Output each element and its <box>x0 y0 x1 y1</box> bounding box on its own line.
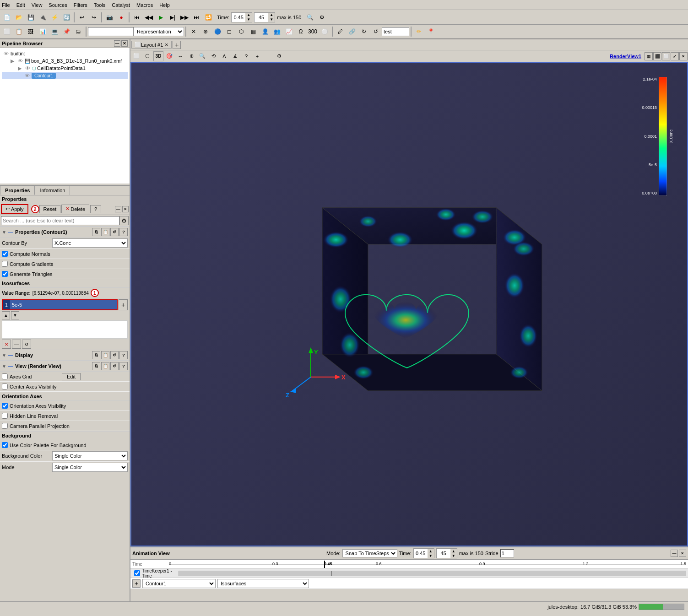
props-close-btn[interactable]: ✕ <box>122 206 129 212</box>
save-btn[interactable]: 💾 <box>25 12 36 23</box>
isosurface-add-btn[interactable]: + <box>119 299 128 310</box>
label-input[interactable] <box>382 27 409 36</box>
layout-tab-1-close[interactable]: ✕ <box>165 43 168 47</box>
anim-close-btn[interactable]: ✕ <box>679 550 686 557</box>
anim-step-value[interactable]: 45 <box>437 551 450 556</box>
viewport[interactable]: Y Z X 2.1e-04 0.00015 0.0001 5e-5 0.0e+0… <box>130 62 688 546</box>
tb2-btn5[interactable]: 💻 <box>49 26 60 37</box>
search-btn[interactable]: 🔍 <box>304 12 315 23</box>
anim-stride-input[interactable] <box>500 549 514 557</box>
use-color-palette-checkbox[interactable] <box>2 442 8 448</box>
sec-copy-btn[interactable]: ⎘ <box>92 228 100 236</box>
anim-mode-dropdown[interactable]: Snap To TimeSteps <box>342 549 397 557</box>
rt-btn9[interactable]: A <box>219 51 229 61</box>
contour-row-add-btn[interactable]: + <box>132 579 141 588</box>
vis-btn8[interactable]: 👥 <box>271 26 282 37</box>
step-up[interactable]: ▲ <box>268 13 275 17</box>
view-type-vsplit[interactable]: ⬜ <box>662 52 670 60</box>
new-btn[interactable]: 📄 <box>1 12 12 23</box>
view-close-btn[interactable]: ✕ <box>679 52 688 60</box>
rt-btn7[interactable]: 🔍 <box>197 51 207 61</box>
compute-normals-checkbox[interactable] <box>2 251 8 257</box>
vis-btn6[interactable]: ▦ <box>248 26 259 37</box>
vis-btn10[interactable]: Ω <box>295 26 306 37</box>
anim-undock-btn[interactable]: — <box>671 550 678 557</box>
vis-btn1[interactable]: ✕ <box>188 26 199 37</box>
menu-tools[interactable]: Tools <box>94 2 106 8</box>
reset-button[interactable]: Reset <box>39 205 61 213</box>
vis-btn11[interactable]: 300 <box>307 26 318 37</box>
last-frame-btn[interactable]: ⏭ <box>191 12 202 23</box>
axes-grid-checkbox[interactable] <box>2 373 8 379</box>
delete-button[interactable]: ✕ Delete <box>61 205 89 213</box>
menu-catalyst[interactable]: Catalyst <box>112 2 130 8</box>
pipeline-undock-btn[interactable]: — <box>114 40 120 47</box>
time-up[interactable]: ▲ <box>245 13 252 17</box>
render-btn2[interactable]: 🔗 <box>347 26 358 37</box>
loop-btn[interactable]: 🔁 <box>203 12 214 23</box>
layout-add-btn[interactable]: + <box>173 41 181 49</box>
menu-edit[interactable]: Edit <box>16 2 25 8</box>
step-down[interactable]: ▼ <box>268 17 275 22</box>
help-button[interactable]: ? <box>90 205 101 213</box>
contour-by-dropdown[interactable]: X.Conc <box>52 238 128 248</box>
rt-btn14[interactable]: ⚙ <box>274 51 284 61</box>
sec-paste-btn[interactable]: 📋 <box>101 228 109 236</box>
rt-btn10[interactable]: ∡ <box>230 51 240 61</box>
view-type-grid[interactable]: ▦ <box>645 52 653 60</box>
disp-info-btn[interactable]: ? <box>119 351 128 359</box>
redo-btn[interactable]: ↪ <box>88 12 99 23</box>
view-info-btn[interactable]: ? <box>119 362 128 370</box>
disconnect-btn[interactable]: ⚡ <box>49 12 60 23</box>
iso-text-area[interactable] <box>2 320 128 339</box>
props-search-button[interactable]: ⚙ <box>119 216 129 225</box>
compute-gradients-checkbox[interactable] <box>2 261 8 267</box>
menu-file[interactable]: File <box>2 2 10 8</box>
rt-btn11[interactable]: ? <box>241 51 251 61</box>
iso-refresh-btn[interactable]: ↺ <box>22 340 31 349</box>
tab-properties[interactable]: Properties <box>0 186 35 195</box>
prev-frame-btn[interactable]: ◀◀ <box>143 12 154 23</box>
tb2-btn1[interactable]: ⬜ <box>1 26 12 37</box>
apply-button[interactable]: ↩ Apply <box>1 204 28 214</box>
contour-source-dropdown[interactable]: Contour1 <box>142 579 216 588</box>
menu-filters[interactable]: Filters <box>74 2 87 8</box>
rt-btn4[interactable]: 🎯 <box>164 51 174 61</box>
rt-btn2[interactable]: ⬡ <box>142 51 152 61</box>
axes-grid-edit-btn[interactable]: Edit <box>62 373 81 380</box>
render-btn1[interactable]: 🖊 <box>335 26 346 37</box>
tb2-btn2[interactable]: 📋 <box>13 26 24 37</box>
rt-btn13[interactable]: — <box>263 51 273 61</box>
filter-input[interactable] <box>88 27 134 36</box>
pencil-btn[interactable]: ✏ <box>413 26 424 37</box>
tb2-btn7[interactable]: 🗂 <box>73 26 84 37</box>
play-to-btn[interactable]: ▶| <box>167 12 178 23</box>
disp-reset-btn[interactable]: ↺ <box>110 351 119 359</box>
representation-dropdown[interactable]: Representation Surface Wireframe Points <box>134 27 184 36</box>
anim-step-down[interactable]: ▼ <box>450 553 457 558</box>
rt-btn6[interactable]: ⊕ <box>186 51 196 61</box>
record-btn[interactable]: ● <box>116 12 127 23</box>
time-step[interactable]: 45 <box>255 15 268 20</box>
view-type-hsplit[interactable]: ⬛ <box>653 52 661 60</box>
iso-scroll-down[interactable]: ▼ <box>11 311 19 319</box>
orientation-axes-vis-checkbox[interactable] <box>2 403 8 409</box>
sec-reset-btn[interactable]: ↺ <box>110 228 119 236</box>
undo-btn[interactable]: ↩ <box>76 12 87 23</box>
vis-btn4[interactable]: ◻ <box>224 26 235 37</box>
vis-btn3[interactable]: 🔵 <box>212 26 223 37</box>
render-btn3[interactable]: ↻ <box>358 26 369 37</box>
rt-3d-btn[interactable]: 3D <box>153 51 163 61</box>
timekeeper-checkbox[interactable] <box>134 570 140 576</box>
pipeline-item-builtin[interactable]: 👁 builtin: <box>2 50 128 57</box>
pin-btn[interactable]: 📍 <box>425 26 436 37</box>
vis-btn9[interactable]: 📈 <box>283 26 294 37</box>
render-view-label[interactable]: RenderView1 <box>610 54 641 59</box>
next-frame-btn[interactable]: ▶▶ <box>179 12 190 23</box>
iso-scroll-up[interactable]: ▲ <box>2 311 10 319</box>
camera-parallel-checkbox[interactable] <box>2 423 8 429</box>
props-search-input[interactable] <box>1 216 119 225</box>
open-btn[interactable]: 📂 <box>13 12 24 23</box>
vis-btn5[interactable]: ⬡ <box>236 26 247 37</box>
iso-clear-btn[interactable]: — <box>12 340 21 349</box>
